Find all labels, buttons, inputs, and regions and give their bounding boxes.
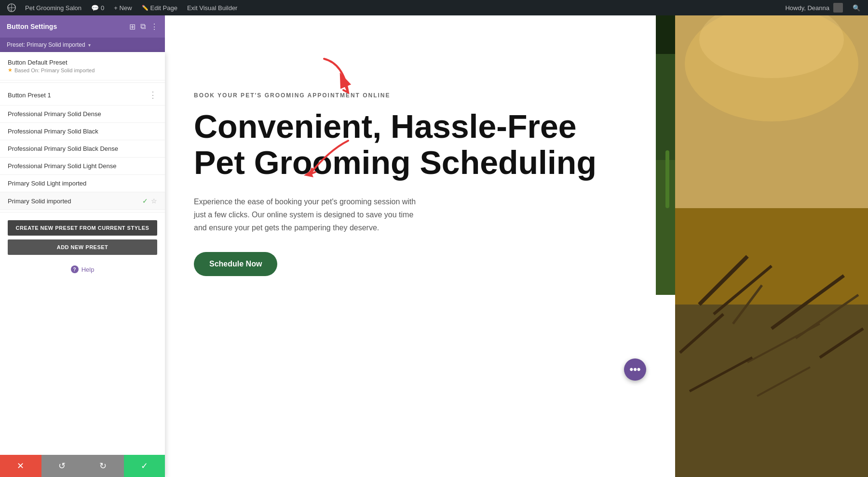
preset-dropdown-panel: Button Default Preset ★ Based On: Primar…: [0, 52, 165, 477]
right-image: [675, 15, 868, 477]
floating-action-button[interactable]: •••: [624, 358, 646, 381]
preset-item-active[interactable]: Primary Solid imported ✓ ☆: [0, 192, 165, 210]
preset-item-4[interactable]: Professional Primary Solid Black Dense: [0, 140, 165, 158]
add-preset-button[interactable]: ADD NEW PRESET: [8, 239, 157, 255]
preset-item-5[interactable]: Professional Primary Solid Light Dense: [0, 158, 165, 175]
create-preset-button[interactable]: CREATE NEW PRESET FROM CURRENT STYLES: [8, 220, 157, 236]
comment-icon: 💬: [91, 4, 99, 12]
preset-item-6[interactable]: Primary Solid Light imported: [0, 175, 165, 192]
help-icon: ?: [71, 265, 79, 273]
comments-link[interactable]: 💬 0: [87, 0, 108, 15]
page-content: BOOK YOUR PET'S GROOMING APPOINTMENT ONL…: [165, 15, 868, 477]
fab-dots-icon: •••: [629, 363, 640, 376]
schedule-button[interactable]: Schedule Now: [194, 252, 277, 276]
hero-description: Experience the ease of booking your pet'…: [194, 195, 425, 235]
exit-visual-builder[interactable]: Exit Visual Builder: [183, 0, 242, 15]
hero-tag: BOOK YOUR PET'S GROOMING APPOINTMENT ONL…: [194, 92, 627, 99]
hero-title: Convenient, Hassle-Free Pet Grooming Sch…: [194, 108, 627, 181]
preset-1-menu-icon[interactable]: ⋮: [149, 90, 157, 100]
default-preset-subtitle: ★ Based On: Primary Solid imported: [8, 67, 95, 73]
edit-page-link[interactable]: ✏️ Edit Page: [138, 0, 181, 15]
default-preset-title: Button Default Preset: [8, 59, 95, 66]
default-preset-main: Button Default Preset ★ Based On: Primar…: [8, 59, 95, 73]
preset-item-1[interactable]: Button Preset 1 ⋮: [0, 85, 165, 106]
hero-text-column: BOOK YOUR PET'S GROOMING APPOINTMENT ONL…: [165, 15, 656, 353]
preset-label: Preset: Primary Solid imported: [7, 41, 85, 48]
undo-button[interactable]: ↺: [41, 455, 83, 477]
svg-rect-4: [665, 150, 669, 208]
panel-header: Button Settings ⊞ ⧉ ⋮: [0, 15, 165, 38]
admin-bar-right: Howdy, Deanna 🔍: [781, 0, 864, 15]
wp-logo[interactable]: [4, 0, 19, 15]
panel-header-icons: ⊞ ⧉ ⋮: [129, 22, 158, 31]
new-content-link[interactable]: + New: [110, 0, 136, 15]
preset-bar[interactable]: Preset: Primary Solid imported ▾: [0, 38, 165, 52]
save-button[interactable]: ✓: [124, 455, 165, 477]
more-options-icon[interactable]: ⋮: [150, 22, 158, 31]
search-button[interactable]: 🔍: [849, 0, 864, 15]
active-check-icon: ✓: [142, 197, 148, 205]
default-preset-item[interactable]: Button Default Preset ★ Based On: Primar…: [0, 52, 165, 80]
main-content: Button Settings ⊞ ⧉ ⋮ Preset: Primary So…: [0, 15, 868, 477]
user-greeting[interactable]: Howdy, Deanna: [781, 0, 847, 15]
panel-title: Button Settings: [7, 23, 57, 30]
preset-item-2[interactable]: Professional Primary Solid Dense: [0, 106, 165, 123]
star-icon-gold: ★: [8, 67, 13, 73]
active-star-icon[interactable]: ☆: [151, 197, 157, 205]
bottom-toolbar: ✕ ↺ ↻ ✓: [0, 455, 165, 477]
preset-dropdown-arrow: ▾: [88, 42, 91, 48]
divider-1: [0, 82, 165, 83]
preset-actions: CREATE NEW PRESET FROM CURRENT STYLES AD…: [0, 214, 165, 261]
close-button[interactable]: ✕: [0, 455, 41, 477]
divider-2: [0, 212, 165, 212]
preset-1-icons: ⋮: [149, 90, 157, 100]
redo-button[interactable]: ↻: [82, 455, 124, 477]
site-name[interactable]: Pet Grooming Salon: [21, 0, 85, 15]
right-image-panel: [675, 15, 868, 477]
responsive-icon[interactable]: ⊞: [129, 22, 136, 31]
layout-icon[interactable]: ⧉: [140, 22, 146, 31]
admin-bar: Pet Grooming Salon 💬 0 + New ✏️ Edit Pag…: [0, 0, 868, 15]
preset-item-3[interactable]: Professional Primary Solid Black: [0, 123, 165, 140]
left-panel: Button Settings ⊞ ⧉ ⋮ Preset: Primary So…: [0, 15, 165, 477]
help-link[interactable]: ? Help: [0, 261, 165, 278]
active-preset-icons: ✓ ☆: [142, 197, 157, 205]
search-icon: 🔍: [853, 4, 860, 12]
svg-rect-52: [675, 208, 868, 305]
